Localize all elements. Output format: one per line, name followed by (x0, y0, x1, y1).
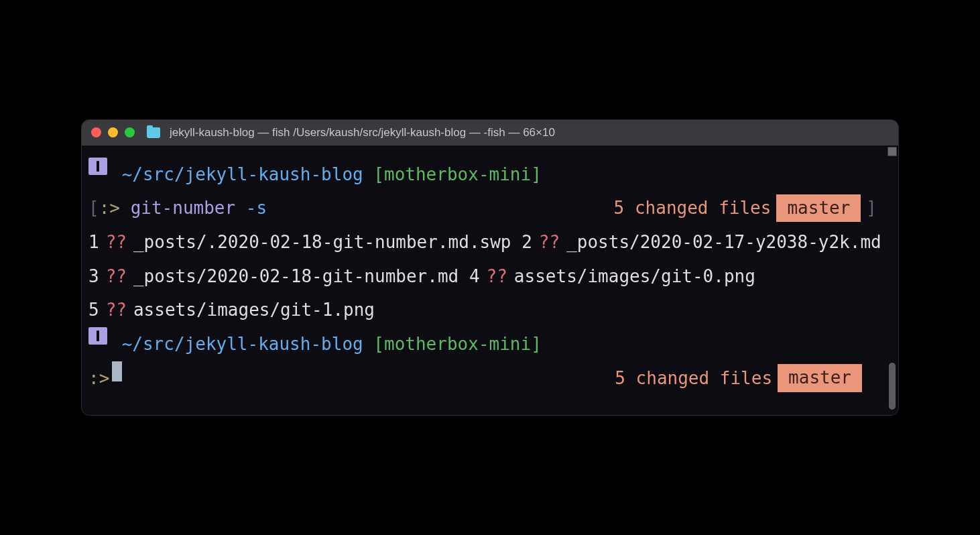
row-number: 1 (88, 225, 99, 259)
prompt-badge-icon (88, 327, 107, 345)
scrollbar[interactable] (887, 145, 897, 416)
host-open: [ (373, 158, 384, 192)
row-status: ?? (106, 293, 127, 327)
row-status: ?? (106, 259, 127, 294)
prompt-close-bracket: ] (866, 191, 877, 225)
status-row: 4 ?? assets/images/git-0.png (469, 259, 755, 294)
row-number: 4 (469, 259, 480, 294)
status-row: 1 ?? _posts/.2020-02-18-git-number.md.sw… (88, 225, 511, 259)
scroll-indicator-icon (887, 147, 897, 156)
row-path: assets/images/git-1.png (133, 293, 375, 327)
titlebar[interactable]: jekyll-kaush-blog — fish /Users/kaush/sr… (82, 120, 898, 145)
right-prompt: 5 changed files master ] (614, 191, 892, 225)
command-line[interactable]: :> 5 changed files master (88, 361, 892, 396)
prompt-header: ~/src/jekyll-kaush-blog [ motherbox-mini… (88, 327, 892, 361)
host-open: [ (373, 327, 384, 361)
row-number: 5 (88, 293, 99, 327)
row-path: _posts/2020-02-17-y2038-y2k.md (566, 225, 881, 259)
git-branch-badge: master (776, 194, 861, 223)
prompt-marker: :> (88, 361, 109, 396)
cwd-path: ~/src/jekyll-kaush-blog (122, 158, 363, 192)
minimize-icon[interactable] (108, 127, 118, 137)
terminal-window: jekyll-kaush-blog — fish /Users/kaush/sr… (81, 119, 899, 416)
prompt-marker: :> (99, 191, 120, 225)
row-path: _posts/.2020-02-18-git-number.md.swp (133, 225, 511, 259)
row-number: 2 (522, 225, 532, 259)
hostname: motherbox-mini (384, 158, 531, 192)
terminal-body[interactable]: ~/src/jekyll-kaush-blog [ motherbox-mini… (82, 145, 898, 416)
prompt-header: ~/src/jekyll-kaush-blog [ motherbox-mini… (88, 158, 892, 192)
folder-icon (147, 127, 160, 138)
changed-files-count: 5 changed files (615, 361, 772, 396)
command-name: git-number (131, 191, 236, 225)
git-branch-badge: master (778, 364, 862, 392)
row-path: _posts/2020-02-18-git-number.md (133, 259, 458, 294)
row-status: ?? (539, 225, 560, 259)
window-title: jekyll-kaush-blog — fish /Users/kaush/sr… (170, 126, 555, 139)
prompt-open-bracket: [ (88, 191, 99, 225)
command-line: [ :> git-number -s 5 changed files maste… (88, 191, 892, 225)
zoom-icon[interactable] (125, 127, 135, 137)
row-status: ?? (106, 225, 127, 259)
close-icon[interactable] (91, 127, 101, 137)
host-close: ] (531, 327, 542, 361)
row-status: ?? (487, 259, 507, 294)
row-number: 3 (88, 259, 99, 294)
cwd-path: ~/src/jekyll-kaush-blog (122, 327, 363, 361)
command-arg: -s (235, 191, 267, 225)
status-row: 2 ?? _posts/2020-02-17-y2038-y2k.md (522, 225, 881, 259)
hostname: motherbox-mini (384, 327, 531, 361)
scroll-thumb[interactable] (889, 363, 896, 410)
changed-files-count: 5 changed files (614, 191, 772, 225)
cursor-icon (112, 361, 122, 381)
window-controls (91, 127, 135, 137)
prompt-badge-icon (88, 158, 107, 175)
right-prompt: 5 changed files master (615, 361, 892, 396)
status-row: 3 ?? _posts/2020-02-18-git-number.md (88, 259, 458, 294)
host-close: ] (531, 158, 542, 192)
status-row: 5 ?? assets/images/git-1.png (88, 293, 375, 327)
row-path: assets/images/git-0.png (514, 259, 755, 294)
